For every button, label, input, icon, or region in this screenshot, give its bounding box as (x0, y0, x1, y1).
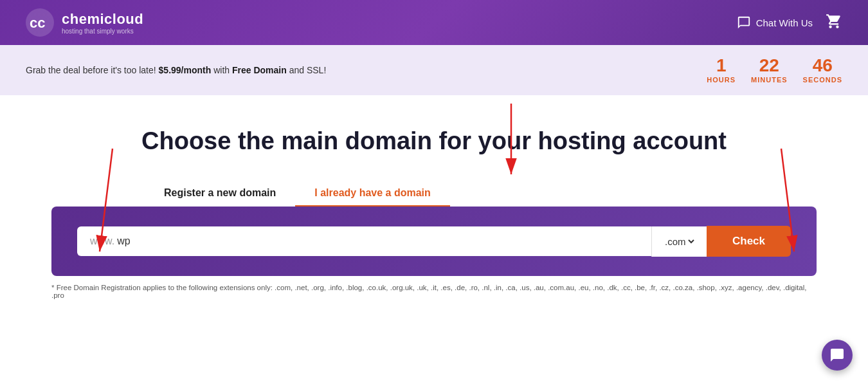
svg-text:cc: cc (30, 15, 45, 31)
banner-price: $5.99/month (159, 65, 212, 75)
countdown-minutes-num: 22 (751, 57, 788, 75)
check-domain-button[interactable]: Check (707, 226, 791, 257)
countdown-hours: 1 HOURS (707, 57, 736, 84)
banner-text-before: Grab the deal before it's too late! (26, 65, 156, 75)
banner-free-domain: Free Domain (232, 65, 287, 75)
chat-icon (737, 15, 751, 30)
banner-text: Grab the deal before it's too late! $5.9… (26, 65, 326, 75)
logo-name: chemicloud (62, 11, 143, 28)
countdown-seconds: 46 SECONDS (803, 57, 842, 84)
countdown-hours-label: HOURS (707, 76, 736, 84)
logo-area: cc chemicloud hosting that simply works (26, 8, 143, 37)
chat-label: Chat With Us (756, 17, 813, 28)
tld-select-wrapper[interactable]: .com .net .org .info .blog (651, 226, 707, 257)
logo-text: chemicloud hosting that simply works (62, 11, 143, 35)
page-title: Choose the main domain for your hosting … (141, 127, 727, 155)
banner-text-middle: with (213, 65, 230, 75)
domain-input-wrapper: www. (77, 226, 651, 256)
countdown-minutes-label: MINUTES (751, 76, 788, 84)
cart-icon[interactable] (826, 13, 842, 32)
domain-search-input[interactable] (117, 235, 638, 247)
logo-icon: cc (26, 8, 54, 37)
tab-register-new-domain[interactable]: Register a new domain (145, 181, 295, 207)
header: cc chemicloud hosting that simply works … (0, 0, 868, 45)
banner-text-after: and SSL! (289, 65, 327, 75)
header-right: Chat With Us (737, 13, 842, 32)
countdown-seconds-label: SECONDS (803, 76, 842, 84)
countdown-minutes: 22 MINUTES (751, 57, 788, 84)
domain-prefix: www. (90, 235, 114, 247)
countdown-seconds-num: 46 (803, 57, 842, 75)
chat-with-us-button[interactable]: Chat With Us (737, 15, 813, 30)
free-domain-note: * Free Domain Registration applies to th… (26, 276, 842, 307)
countdown: 1 HOURS 22 MINUTES 46 SECONDS (707, 57, 842, 84)
logo-tagline: hosting that simply works (62, 28, 143, 35)
countdown-hours-num: 1 (707, 57, 736, 75)
domain-tabs: Register a new domain I already have a d… (145, 181, 723, 207)
tld-select[interactable]: .com .net .org .info .blog (662, 235, 696, 248)
promo-banner: Grab the deal before it's too late! $5.9… (0, 45, 868, 95)
main-content: Choose the main domain for your hosting … (0, 95, 868, 307)
tab-already-have-domain[interactable]: I already have a domain (295, 181, 450, 207)
domain-search-section: www. .com .net .org .info .blog Check (51, 207, 817, 276)
